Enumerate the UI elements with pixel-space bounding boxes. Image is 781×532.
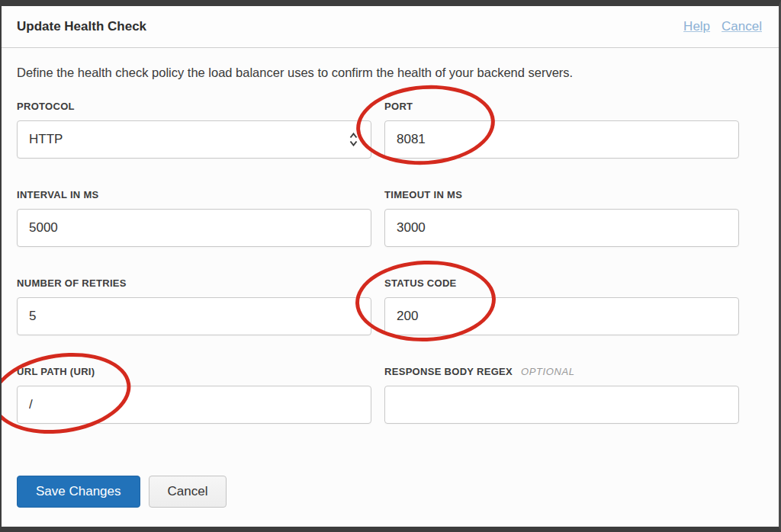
url-path-input[interactable] [17, 386, 371, 424]
header-links: Help Cancel [683, 19, 762, 34]
optional-tag: OPTIONAL [521, 366, 575, 377]
field-url-path: URL PATH (URI) [17, 366, 371, 424]
url-path-label: URL PATH (URI) [17, 366, 95, 377]
protocol-select[interactable]: HTTP [17, 120, 371, 159]
field-timeout: TIMEOUT IN MS [384, 189, 739, 247]
protocol-label: PROTOCOL [17, 101, 75, 112]
update-health-check-dialog: Update Health Check Help Cancel Define t… [0, 0, 781, 532]
select-updown-chevron-icon [349, 133, 358, 146]
retries-input[interactable] [17, 297, 371, 335]
dialog-description: Define the health check policy the load … [17, 66, 763, 80]
cancel-button[interactable]: Cancel [149, 476, 227, 508]
help-link[interactable]: Help [683, 19, 710, 34]
dialog-header: Update Health Check Help Cancel [2, 6, 779, 48]
field-interval: INTERVAL IN MS [17, 189, 371, 247]
field-protocol: PROTOCOL HTTP [17, 101, 371, 159]
port-input[interactable] [384, 120, 739, 159]
header-cancel-link[interactable]: Cancel [722, 19, 762, 34]
field-port: PORT [384, 101, 739, 159]
response-body-regex-input[interactable] [384, 386, 739, 424]
protocol-selected-value: HTTP [29, 132, 63, 147]
status-code-label: STATUS CODE [384, 277, 457, 289]
save-changes-button[interactable]: Save Changes [17, 476, 140, 508]
interval-label: INTERVAL IN MS [17, 189, 99, 200]
retries-label: NUMBER OF RETRIES [17, 277, 127, 289]
port-label: PORT [384, 101, 413, 112]
dialog-actions: Save Changes Cancel [17, 476, 779, 508]
timeout-input[interactable] [384, 209, 739, 247]
timeout-label: TIMEOUT IN MS [384, 189, 462, 200]
response-body-regex-label: RESPONSE BODY REGEX [384, 366, 513, 377]
field-status-code: STATUS CODE [384, 277, 739, 335]
interval-input[interactable] [17, 209, 371, 247]
health-check-form: PROTOCOL HTTP PORT INTERVAL IN MS [17, 101, 739, 454]
page-title: Update Health Check [17, 19, 146, 34]
status-code-input[interactable] [384, 297, 739, 335]
field-response-body-regex: RESPONSE BODY REGEX OPTIONAL [384, 366, 739, 424]
field-retries: NUMBER OF RETRIES [17, 277, 371, 335]
